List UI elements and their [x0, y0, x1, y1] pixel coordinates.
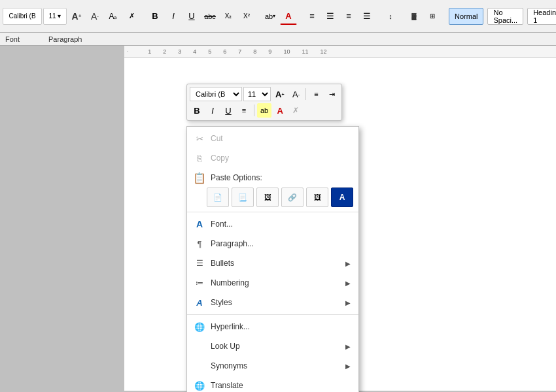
paragraph-menu-item[interactable]: ¶ Paragraph...: [187, 234, 358, 253]
strikethrough-btn[interactable]: abc: [201, 8, 218, 25]
shrink-font-btn[interactable]: A-: [86, 8, 103, 25]
style-heading1[interactable]: Heading 1: [527, 8, 556, 25]
highlight-btn[interactable]: ab▾: [262, 8, 279, 25]
cut-menu-item[interactable]: ✂ Cut: [187, 129, 358, 148]
superscript-btn[interactable]: X²: [238, 8, 255, 25]
paste-options-header: 📋 Paste Options:: [187, 168, 358, 185]
font-menu-icon: A: [192, 217, 207, 231]
font-size-btn[interactable]: 11 ▾: [43, 8, 67, 25]
distribute-mini-btn[interactable]: ≡: [309, 87, 323, 101]
paste-image-btn[interactable]: 🖼: [306, 188, 328, 207]
underline-mini-btn[interactable]: U: [221, 103, 235, 118]
ruler-mark: 9: [268, 48, 271, 55]
synonyms-menu-label: Synonyms: [211, 361, 345, 370]
hyperlink-menu-item[interactable]: 🌐 Hyperlink...: [187, 317, 358, 336]
mini-sep2: [254, 105, 254, 116]
paste-merge-btn[interactable]: 📃: [232, 188, 254, 207]
style-no-spacing[interactable]: No Spaci...: [487, 8, 523, 25]
context-menu: ✂ Cut ⎘ Copy 📋 Paste Options:: [186, 126, 359, 392]
numbering-menu-label: Numbering: [211, 278, 345, 287]
hyperlink-menu-label: Hyperlink...: [211, 322, 351, 331]
translate-menu-label: Translate: [211, 381, 351, 390]
clear-format-mini-btn[interactable]: ✗: [288, 103, 303, 118]
line-spacing-btn[interactable]: ↕: [382, 8, 399, 25]
font-label[interactable]: Font: [3, 35, 46, 43]
document-page: Calibri (B 11 A+ A- ≡ ⇥ B I: [124, 57, 556, 391]
paste-icon: 📋: [192, 171, 207, 185]
paragraph-label[interactable]: Paragraph: [46, 35, 108, 43]
font-color-btn[interactable]: A: [280, 8, 297, 25]
synonyms-menu-item[interactable]: Synonyms ▶: [187, 356, 358, 376]
synonyms-arrow: ▶: [345, 363, 351, 370]
ruler-mark: 8: [253, 48, 256, 55]
paragraph-menu-label: Paragraph...: [211, 239, 351, 248]
borders-btn[interactable]: ⊞: [424, 8, 441, 25]
copy-icon: ⎘: [192, 151, 207, 165]
lookup-arrow: ▶: [345, 343, 351, 350]
justify-btn[interactable]: ☰: [358, 8, 375, 25]
align-center-btn[interactable]: ☰: [322, 8, 339, 25]
ruler-mark: 11: [302, 48, 308, 55]
italic-btn[interactable]: I: [165, 8, 182, 25]
numbering-menu-item[interactable]: ≔ Numbering ▶: [187, 273, 358, 293]
styles-menu-item[interactable]: A Styles ▶: [187, 293, 358, 312]
clear-format-btn[interactable]: ✗: [123, 8, 140, 25]
align-right-btn[interactable]: ≡: [340, 8, 357, 25]
font-name-select[interactable]: Calibri (B: [190, 87, 242, 101]
copy-menu-item[interactable]: ⎘ Copy: [187, 148, 358, 168]
italic-mini-btn[interactable]: I: [205, 103, 220, 118]
highlight-mini-btn[interactable]: ab: [257, 103, 271, 118]
change-case-btn[interactable]: Aₐ: [105, 8, 122, 25]
mini-sep1: [305, 88, 306, 100]
cut-label: Cut: [211, 134, 351, 143]
paste-keep-source-btn[interactable]: 📄: [207, 188, 229, 207]
paste-options-row: 📄 📃 🖼 🔗 🖼: [187, 185, 358, 210]
bullets-menu-label: Bullets: [211, 259, 345, 268]
font-menu-item[interactable]: A Font...: [187, 214, 358, 234]
styles-arrow: ▶: [345, 299, 351, 306]
bullets-arrow: ▶: [345, 260, 351, 267]
paste-link-btn[interactable]: 🔗: [281, 188, 304, 207]
subscript-btn[interactable]: X₂: [220, 8, 237, 25]
indent-mini-btn[interactable]: ⇥: [324, 87, 339, 101]
paste-a-label: A: [339, 193, 345, 202]
translate-menu-item[interactable]: 🌐 Translate: [187, 376, 358, 392]
cut-icon: ✂: [192, 131, 207, 146]
align-left-btn[interactable]: ≡: [304, 8, 321, 25]
font-name-btn[interactable]: Calibri (B: [3, 8, 42, 25]
bullets-menu-item[interactable]: ☰ Bullets ▶: [187, 253, 358, 273]
grow-font-mini-btn[interactable]: A+: [272, 87, 287, 101]
paragraph-icon: ¶: [192, 237, 207, 251]
ruler-mark: 12: [320, 48, 326, 55]
ruler-mark: 6: [223, 48, 226, 55]
lookup-menu-label: Look Up: [211, 342, 345, 351]
left-margin: [0, 57, 124, 391]
numbering-icon: ≔: [192, 276, 207, 290]
ribbon-labels: Font Paragraph: [0, 33, 556, 46]
translate-icon: 🌐: [192, 378, 207, 392]
grow-font-btn[interactable]: A+: [68, 8, 85, 25]
bold-btn[interactable]: B: [147, 8, 164, 25]
menu-sep2: [187, 314, 358, 315]
hyperlink-icon: 🌐: [192, 319, 207, 334]
ruler-mark: 5: [208, 48, 211, 55]
font-size-select[interactable]: 11: [243, 87, 271, 101]
underline-btn[interactable]: U: [183, 8, 200, 25]
ruler-mark: 2: [163, 48, 166, 55]
lookup-icon: [192, 339, 207, 353]
ruler-mark: 10: [283, 48, 290, 55]
lookup-menu-item[interactable]: Look Up ▶: [187, 336, 358, 356]
shading-btn[interactable]: ▓: [406, 8, 423, 25]
paste-picture-btn[interactable]: 🖼: [256, 188, 279, 207]
ruler-mark: 3: [178, 48, 181, 55]
paste-text-only-btn[interactable]: A: [331, 188, 353, 207]
font-color-mini-btn[interactable]: A: [273, 103, 287, 118]
shrink-font-mini-btn[interactable]: A-: [288, 87, 303, 101]
styles-menu-label: Styles: [211, 298, 345, 307]
align-mini-btn[interactable]: ≡: [237, 103, 251, 118]
bold-mini-btn[interactable]: B: [190, 103, 204, 118]
style-normal[interactable]: Normal: [449, 8, 483, 25]
ruler-mark: 7: [238, 48, 241, 55]
numbering-arrow: ▶: [345, 280, 351, 287]
font-menu-label: Font...: [211, 220, 351, 229]
